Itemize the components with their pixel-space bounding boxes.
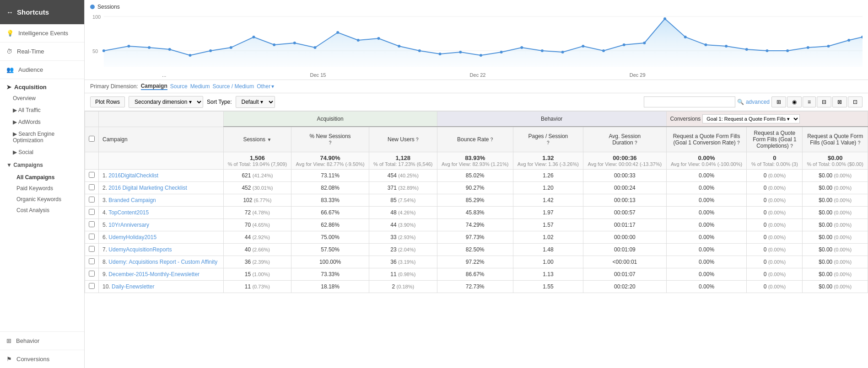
data-point [189, 54, 191, 57]
sidebar-item-audience[interactable]: 👥 Audience [0, 61, 84, 79]
total-goal-value: $0.00 % of Total: 0.00% ($0.00) [803, 152, 868, 170]
th-completions[interactable]: Request a Quote Form Fills (Goal 1 Compl… [747, 127, 803, 152]
dim-sourcemedium-link[interactable]: Source / Medium [212, 83, 254, 90]
view-pivot-button[interactable]: ⊟ [817, 96, 831, 107]
sidebar-item-adwords[interactable]: ▶ AdWords [0, 116, 84, 128]
sidebar: ↔ Shortcuts 💡 Intelligence Events ⏱ Real… [0, 0, 85, 368]
row-checkbox[interactable] [89, 283, 95, 289]
sidebar-item-allcampaigns[interactable]: All Campaigns [0, 172, 84, 183]
row-checkbox-cell[interactable] [85, 231, 99, 244]
campaign-link[interactable]: Daily-Enewsletter [112, 283, 154, 290]
advanced-link[interactable]: advanced [746, 99, 770, 105]
sort-type-select[interactable]: Default ▾ [236, 96, 275, 108]
data-point [293, 42, 296, 44]
campaign-link[interactable]: TopContent2015 [108, 209, 149, 216]
view-grid-button[interactable]: ⊞ [771, 96, 786, 107]
view-compare-button[interactable]: ⊠ [832, 96, 847, 107]
campaign-link[interactable]: 10YrAnniversary [108, 222, 149, 228]
sidebar-item-paidkeywords[interactable]: Paid Keywords [0, 183, 84, 194]
row-checkbox[interactable] [89, 258, 95, 264]
th-checkbox [85, 112, 99, 127]
dim-source-link[interactable]: Source [170, 83, 188, 90]
th-bounce-rate[interactable]: Bounce Rate ? [437, 127, 513, 152]
campaign-link[interactable]: UdemyHoliday2015 [108, 234, 156, 240]
row-checkbox[interactable] [89, 209, 95, 215]
sidebar-item-organickeywords[interactable]: Organic Keywords [0, 194, 84, 205]
sidebar-item-overview[interactable]: Overview [0, 92, 84, 104]
row-goal-value: $0.00 (0.00%) [803, 207, 868, 219]
campaign-link[interactable]: 2016DigitalChecklist [108, 172, 158, 179]
y-label-50: 50 [92, 48, 98, 54]
dim-medium-link[interactable]: Medium [190, 83, 210, 90]
plot-rows-button[interactable]: Plot Rows [90, 96, 125, 107]
row-checkbox-cell[interactable] [85, 256, 99, 268]
th-select-all[interactable] [85, 127, 99, 152]
row-checkbox[interactable] [89, 246, 95, 252]
th-goal-value[interactable]: Request a Quote Form Fills (Goal 1 Value… [803, 127, 868, 152]
row-new-users: 36 (3.19%) [369, 256, 437, 268]
data-point [827, 45, 830, 48]
sidebar-campaigns-header[interactable]: ▼ Campaigns [0, 158, 84, 172]
realtime-label: Real-Time [17, 48, 44, 55]
row-conv-rate: 0.00% [666, 244, 747, 256]
row-checkbox[interactable] [89, 234, 95, 240]
row-pages-session: 1.42 [513, 194, 583, 207]
dim-other-link[interactable]: Other ▾ [257, 83, 274, 90]
row-checkbox[interactable] [89, 221, 95, 227]
row-checkbox-cell[interactable] [85, 244, 99, 256]
data-point [684, 36, 687, 38]
campaign-link[interactable]: UdemyAcquisitionReports [108, 246, 172, 253]
row-checkbox-cell[interactable] [85, 194, 99, 207]
data-point [418, 49, 421, 52]
row-campaign-cell: 4. TopContent2015 [99, 207, 224, 219]
th-conv-rate[interactable]: Request a Quote Form Fills (Goal 1 Conve… [666, 127, 747, 152]
view-list-button[interactable]: ≡ [803, 96, 816, 107]
shortcuts-header[interactable]: ↔ Shortcuts [0, 0, 84, 24]
th-avg-duration[interactable]: Avg. SessionDuration ? [583, 127, 666, 152]
campaign-link[interactable]: Udemy: Acquisitions Report - Custom Affi… [108, 259, 217, 265]
th-new-users[interactable]: New Users ? [369, 127, 437, 152]
row-checkbox[interactable] [89, 197, 95, 203]
row-checkbox[interactable] [89, 172, 95, 178]
row-checkbox[interactable] [89, 184, 95, 190]
row-checkbox-cell[interactable] [85, 170, 99, 182]
sidebar-item-intelligence[interactable]: 💡 Intelligence Events [0, 24, 84, 43]
campaign-link[interactable]: 2016 Digital Marketing Checklist [108, 185, 187, 191]
data-point [336, 31, 339, 34]
sidebar-item-social[interactable]: ▶ Social [0, 146, 84, 158]
row-checkbox-cell[interactable] [85, 268, 99, 281]
row-pages-session: 1.48 [513, 244, 583, 256]
data-point [273, 43, 275, 46]
row-checkbox-cell[interactable] [85, 219, 99, 231]
row-sessions: 621 (41.24%) [223, 170, 291, 182]
sidebar-item-realtime[interactable]: ⏱ Real-Time [0, 43, 84, 61]
th-sessions[interactable]: Sessions ▼ [223, 127, 291, 152]
sidebar-item-behavior[interactable]: ⊞ Behavior [0, 331, 84, 350]
row-checkbox-cell[interactable] [85, 182, 99, 194]
data-point [541, 49, 544, 52]
sidebar-item-costanalysis[interactable]: Cost Analysis [0, 205, 84, 216]
chart-date-labels: ... Dec 15 Dec 22 Dec 29 [90, 71, 863, 80]
th-pages-session[interactable]: Pages / Session? [513, 127, 583, 152]
row-goal-value: $0.00 (0.00%) [803, 219, 868, 231]
row-bounce-rate: 82.50% [437, 244, 513, 256]
sidebar-item-alltraffic[interactable]: ▶ All Traffic [0, 104, 84, 116]
th-new-sessions[interactable]: % New Sessions? [291, 127, 369, 152]
sort-type-label: Sort Type: [207, 99, 232, 105]
dim-campaign-link[interactable]: Campaign [141, 83, 167, 90]
sidebar-item-seo[interactable]: ▶ Search Engine Optimization [0, 128, 84, 146]
sidebar-acquisition-header[interactable]: ➤ Acquisition [0, 79, 84, 92]
view-pie-button[interactable]: ◉ [787, 96, 802, 107]
goal-select[interactable]: Goal 1: Request a Quote Form Fills ▾ [702, 114, 800, 123]
row-checkbox-cell[interactable] [85, 281, 99, 293]
campaign-link[interactable]: Branded Campaign [108, 197, 156, 203]
row-checkbox-cell[interactable] [85, 207, 99, 219]
campaign-link[interactable]: December-2015-Monthly-Enewsletter [108, 271, 199, 277]
secondary-dimension-select[interactable]: Secondary dimension ▾ [129, 96, 203, 108]
sidebar-item-conversions[interactable]: ⚑ Conversions [0, 350, 84, 368]
search-icon[interactable]: 🔍 [737, 99, 744, 105]
view-custom-button[interactable]: ⊡ [848, 96, 863, 107]
search-input[interactable] [644, 96, 735, 107]
row-checkbox[interactable] [89, 271, 95, 277]
select-all-checkbox[interactable] [89, 136, 95, 142]
